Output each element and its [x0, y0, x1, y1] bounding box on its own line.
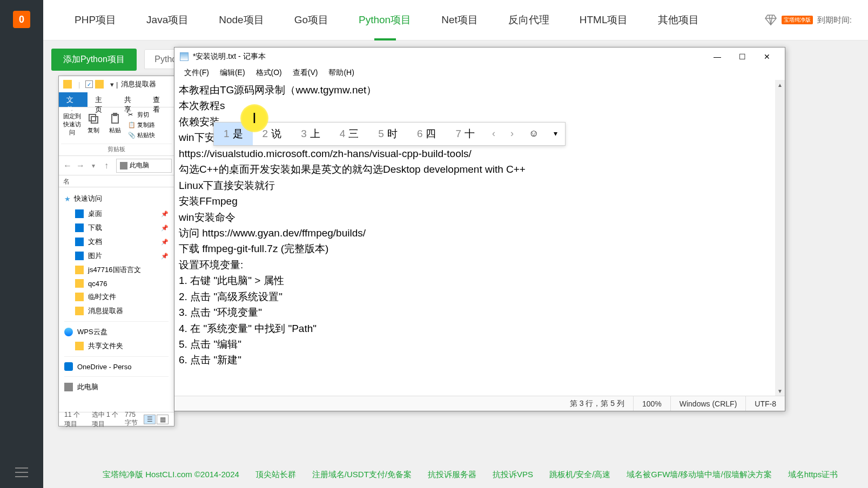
tree-item-downloads[interactable]: 下载📌 [59, 221, 174, 235]
tree-item-folder[interactable]: 消息提取器 [59, 304, 174, 318]
tree-item-pictures[interactable]: 图片📌 [59, 249, 174, 263]
qat-checkbox[interactable]: ✓ [85, 80, 93, 88]
menu-view[interactable]: 查看(V) [287, 66, 324, 79]
ime-candidate-bar[interactable]: 1是 2说 3上 4三 5时 6四 7十 ‹ › ☺ ▾ [213, 122, 566, 146]
ime-candidate[interactable]: 7十 [446, 123, 485, 145]
notepad-status-bar: 第 3 行，第 5 列 100% Windows (CRLF) UTF-8 [174, 396, 785, 411]
hamburger-icon[interactable] [15, 467, 28, 477]
copy-path-button[interactable]: 📋复制路 [126, 120, 157, 130]
tree-item-this-pc[interactable]: 此电脑 [59, 380, 174, 394]
nav-up-icon[interactable]: ↑ [100, 159, 113, 172]
add-python-project-button[interactable]: 添加Python项目 [51, 49, 137, 71]
footer-link[interactable]: 抗投诉服务器 [428, 470, 476, 480]
footer-link[interactable]: 宝塔纯净版 HostCLI.com ©2014-2024 [103, 470, 239, 480]
menu-format[interactable]: 格式(O) [251, 66, 287, 79]
ribbon-tab-home[interactable]: 主页 [88, 92, 116, 107]
notepad-menubar: 文件(F) 编辑(E) 格式(O) 查看(V) 帮助(H) [174, 66, 785, 80]
tree-item-folder[interactable]: qc476 [59, 277, 174, 290]
nav-history-icon[interactable]: ▾ [87, 159, 100, 172]
ime-candidate[interactable]: 1是 [214, 123, 253, 145]
tab-html[interactable]: HTML项目 [564, 0, 643, 40]
download-icon [75, 223, 84, 232]
menu-file[interactable]: 文件(F) [179, 66, 214, 79]
column-header[interactable]: 名 [59, 175, 174, 187]
tree-item-folder[interactable]: js47716国语言文 [59, 263, 174, 277]
ime-candidate[interactable]: 2说 [253, 123, 292, 145]
ribbon-tab-file[interactable]: 文件 [59, 92, 88, 107]
tab-php[interactable]: PHP项目 [59, 0, 131, 40]
explorer-ribbon-tabs: 文件 主页 共享 查看 [59, 92, 174, 107]
text-line: 访问 https://www.gyan.dev/ffmpeg/builds/ [179, 225, 780, 241]
nav-forward-icon[interactable]: → [74, 159, 87, 172]
menu-edit[interactable]: 编辑(E) [214, 66, 251, 79]
icons-view-button[interactable]: ▦ [157, 415, 169, 424]
scroll-down-icon[interactable]: ▼ [775, 386, 785, 396]
ime-candidate[interactable]: 6四 [407, 123, 446, 145]
tree-item-desktop[interactable]: 桌面📌 [59, 207, 174, 221]
text-line: 2. 点击 "高级系统设置" [179, 289, 780, 304]
ribbon-group-label: 剪贴板 [61, 144, 172, 153]
notepad-title: *安装说明.txt - 记事本 [193, 52, 266, 62]
footer-link[interactable]: 注册域名/USDT支付/免备案 [312, 470, 412, 480]
cursor-position: 第 3 行，第 5 列 [561, 396, 633, 411]
explorer-titlebar[interactable]: | ✓ ▾ | 消息提取器 [59, 76, 174, 92]
tab-go[interactable]: Go项目 [279, 0, 344, 40]
footer-link[interactable]: 顶尖站长群 [255, 470, 296, 480]
explorer-title: 消息提取器 [121, 79, 156, 89]
encoding: UTF-8 [745, 396, 785, 411]
copy-button[interactable]: 复制 [83, 110, 104, 137]
svg-rect-1 [89, 114, 96, 121]
tree-item-share[interactable]: 共享文件夹 [59, 339, 174, 353]
address-bar[interactable]: 此电脑 [116, 159, 172, 173]
pin-to-quick-access-button[interactable]: 固定到 快速访问 [61, 110, 83, 137]
quick-access-header[interactable]: ★ 快速访问 [59, 191, 174, 207]
footer-link[interactable]: 跳板机/安全/高速 [549, 470, 610, 480]
notepad-text-area[interactable]: 本教程由TG源码网录制（www.tgymw.net） 本次教程s 依赖安装 wi… [174, 80, 785, 396]
tree-item-onedrive[interactable]: OneDrive - Perso [59, 360, 174, 373]
tree-item-folder[interactable]: 临时文件 [59, 290, 174, 304]
tab-other[interactable]: 其他项目 [643, 0, 714, 40]
vertical-scrollbar[interactable]: ▲ ▼ [775, 80, 785, 396]
notepad-window[interactable]: *安装说明.txt - 记事本 — ☐ ✕ 文件(F) 编辑(E) 格式(O) … [174, 47, 785, 411]
ime-emoji-icon[interactable]: ☺ [521, 126, 546, 141]
ribbon-tab-share[interactable]: 共享 [117, 92, 145, 107]
selection-size: 775 字节 [125, 411, 143, 428]
notepad-icon [180, 52, 189, 61]
minimize-button[interactable]: — [705, 48, 730, 66]
close-button[interactable]: ✕ [755, 48, 779, 66]
tree-item-wps[interactable]: WPS云盘 [59, 325, 174, 339]
ime-dropdown-icon[interactable]: ▾ [546, 128, 565, 140]
tab-proxy[interactable]: 反向代理 [493, 0, 564, 40]
tree-item-documents[interactable]: 文档📌 [59, 235, 174, 249]
notepad-titlebar[interactable]: *安装说明.txt - 记事本 — ☐ ✕ [174, 48, 785, 66]
text-line: 1. 右键 "此电脑" > 属性 [179, 273, 780, 288]
app-logo-icon[interactable]: 0 [13, 11, 30, 28]
footer-link[interactable]: 抗投诉VPS [493, 470, 533, 480]
expire-label: 到期时间: [817, 15, 852, 25]
nav-back-icon[interactable]: ← [61, 159, 74, 172]
pin-icon: 📌 [161, 239, 169, 246]
menu-help[interactable]: 帮助(H) [323, 66, 359, 79]
ime-candidate[interactable]: 5时 [368, 123, 407, 145]
tab-net[interactable]: Net项目 [426, 0, 493, 40]
ribbon-tab-view[interactable]: 查看 [145, 92, 174, 107]
cut-button[interactable]: ✂剪切 [126, 110, 157, 120]
explorer-status-bar: 11 个项目 选中 1 个项目 775 字节 ☰ ▦ [59, 412, 174, 426]
ime-next-icon[interactable]: › [503, 126, 521, 141]
tab-python[interactable]: Python项目 [344, 0, 426, 40]
ime-candidate[interactable]: 3上 [291, 123, 330, 145]
tab-node[interactable]: Node项目 [204, 0, 279, 40]
footer-link[interactable]: 域名被GFW墙/移动墙中墙/假墙解决方案 [627, 470, 771, 480]
details-view-button[interactable]: ☰ [144, 415, 156, 424]
maximize-button[interactable]: ☐ [730, 48, 755, 66]
paste-button[interactable]: 粘贴 [104, 110, 126, 137]
line-ending: Windows (CRLF) [670, 396, 746, 411]
ime-prev-icon[interactable]: ‹ [485, 126, 503, 141]
tab-java[interactable]: Java项目 [131, 0, 204, 40]
file-explorer-window[interactable]: | ✓ ▾ | 消息提取器 文件 主页 共享 查看 固定到 快速访问 复制 [58, 76, 174, 426]
paste-shortcut-button[interactable]: 📎粘贴快 [126, 130, 157, 140]
scroll-up-icon[interactable]: ▲ [775, 80, 785, 90]
ime-candidate[interactable]: 4三 [330, 123, 369, 145]
footer-link[interactable]: 域名https证书 [788, 470, 838, 480]
paste-icon [109, 112, 122, 125]
